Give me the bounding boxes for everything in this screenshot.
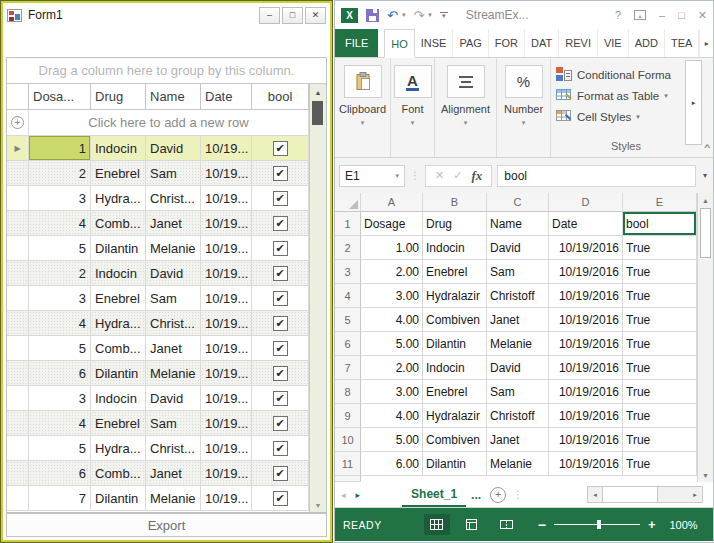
quick-access-customize-icon[interactable]: ▾	[440, 12, 448, 18]
cell-drug[interactable]: Dilantin	[91, 236, 146, 261]
redo-icon[interactable]: ↷	[413, 9, 424, 22]
cell-C11[interactable]: Melanie	[487, 452, 549, 476]
cell-bool[interactable]: ✔	[252, 361, 309, 386]
cell-drug[interactable]: Hydra...	[91, 186, 146, 211]
checkbox-checked-icon[interactable]: ✔	[273, 216, 288, 231]
sheet-tabs-overflow[interactable]: ...	[471, 488, 481, 502]
scrollbar-thumb[interactable]	[602, 487, 658, 502]
table-row[interactable]: 4Comb...Janet10/19...✔	[7, 211, 309, 236]
cell-E8[interactable]: True	[623, 380, 697, 404]
cell-D7[interactable]: 10/19/2016	[549, 356, 623, 380]
checkbox-checked-icon[interactable]: ✔	[273, 341, 288, 356]
column-header-date[interactable]: Date	[201, 84, 252, 110]
cell-B2[interactable]: Indocin	[423, 236, 487, 260]
excel-titlebar[interactable]: X ↶ ▾ ↷ ▾ ▾ StreamEx... ? ▴ – □ ✕	[335, 1, 713, 29]
more-tabs-icon[interactable]: ▸	[699, 29, 713, 57]
cell-E4[interactable]: True	[623, 284, 697, 308]
cell-drug[interactable]: Hydra...	[91, 311, 146, 336]
cell-name[interactable]: Sam	[146, 411, 201, 436]
cell-A10[interactable]: 5.00	[361, 428, 423, 452]
page-break-preview-button[interactable]	[494, 514, 520, 535]
column-header-dosage[interactable]: Dosa...	[29, 84, 91, 110]
cell-dosage[interactable]: 3	[29, 186, 91, 211]
table-row[interactable]: 6DilantinMelanie10/19...✔	[7, 361, 309, 386]
checkbox-checked-icon[interactable]: ✔	[273, 466, 288, 481]
cell-bool[interactable]: ✔	[252, 336, 309, 361]
tab-team[interactable]: TEA	[665, 29, 699, 57]
cell-name[interactable]: Janet	[146, 461, 201, 486]
normal-view-button[interactable]	[424, 514, 450, 535]
checkbox-checked-icon[interactable]: ✔	[273, 416, 288, 431]
row-header-9[interactable]: 9	[335, 404, 361, 428]
cell-bool[interactable]: ✔	[252, 186, 309, 211]
close-icon[interactable]: ✕	[698, 10, 707, 21]
tab-home[interactable]: HO	[384, 29, 415, 58]
form-titlebar[interactable]: Form1 – □ ✕	[3, 3, 330, 27]
cell-D6[interactable]: 10/19/2016	[549, 332, 623, 356]
row-header-12[interactable]	[335, 476, 361, 482]
scroll-up-icon[interactable]: ▲	[698, 193, 713, 207]
undo-icon[interactable]: ↶	[387, 9, 398, 22]
group-by-panel[interactable]: Drag a column here to group by this colu…	[7, 58, 326, 84]
scroll-left-icon[interactable]: ◂	[588, 487, 602, 502]
formula-bar-expand-icon[interactable]: ▾	[701, 171, 709, 180]
insert-function-icon[interactable]: fx	[471, 168, 482, 184]
cell-name[interactable]: Melanie	[146, 486, 201, 511]
row-header-4[interactable]: 4	[335, 284, 361, 308]
cell-E9[interactable]: True	[623, 404, 697, 428]
cell-A11[interactable]: 6.00	[361, 452, 423, 476]
row-header-10[interactable]: 10	[335, 428, 361, 452]
row-header-5[interactable]: 5	[335, 308, 361, 332]
cell-dosage[interactable]: 1	[29, 136, 91, 161]
zoom-in-icon[interactable]: +	[648, 517, 656, 532]
cell-A1[interactable]: Dosage	[361, 212, 423, 236]
cell-date[interactable]: 10/19...	[201, 236, 252, 261]
cell-D4[interactable]: 10/19/2016	[549, 284, 623, 308]
column-header-A[interactable]: A	[361, 193, 423, 212]
cell-B8[interactable]: Enebrel	[423, 380, 487, 404]
column-header-drug[interactable]: Drug	[91, 84, 146, 110]
cell-date[interactable]: 10/19...	[201, 311, 252, 336]
undo-dropdown-icon[interactable]: ▾	[402, 11, 406, 19]
cell-date[interactable]: 10/19...	[201, 336, 252, 361]
alignment-group-button[interactable]: Alignment ▾	[435, 58, 497, 157]
scroll-down-icon[interactable]: ▼	[310, 498, 326, 512]
checkbox-checked-icon[interactable]: ✔	[273, 291, 288, 306]
cell-dosage[interactable]: 5	[29, 336, 91, 361]
name-box[interactable]: E1 ▾	[339, 165, 405, 187]
column-header-B[interactable]: B	[423, 193, 487, 212]
cell-D8[interactable]: 10/19/2016	[549, 380, 623, 404]
cell-A9[interactable]: 4.00	[361, 404, 423, 428]
save-icon[interactable]	[366, 9, 379, 22]
scrollbar-thumb[interactable]	[312, 101, 323, 125]
cell-bool[interactable]: ✔	[252, 486, 309, 511]
tab-addins[interactable]: ADD	[629, 29, 665, 57]
cell-A3[interactable]: 2.00	[361, 260, 423, 284]
tab-formulas[interactable]: FOR	[489, 29, 525, 57]
scroll-right-icon[interactable]: ▸	[688, 487, 702, 502]
cell-E5[interactable]: True	[623, 308, 697, 332]
table-row[interactable]: ▶1IndocinDavid10/19...✔	[7, 136, 309, 161]
cell-B5[interactable]: Combiven	[423, 308, 487, 332]
cell-E6[interactable]: True	[623, 332, 697, 356]
scroll-down-icon[interactable]: ▼	[698, 468, 713, 482]
cell-dosage[interactable]: 6	[29, 461, 91, 486]
cell-D9[interactable]: 10/19/2016	[549, 404, 623, 428]
cell-B6[interactable]: Dilantin	[423, 332, 487, 356]
cell-drug[interactable]: Dilantin	[91, 361, 146, 386]
row-header-11[interactable]: 11	[335, 452, 361, 476]
cell-B7[interactable]: Indocin	[423, 356, 487, 380]
cell-bool[interactable]: ✔	[252, 236, 309, 261]
cell-dosage[interactable]: 4	[29, 411, 91, 436]
cell-B3[interactable]: Enebrel	[423, 260, 487, 284]
name-box-dropdown-icon[interactable]: ▾	[395, 172, 399, 180]
cell-bool[interactable]: ✔	[252, 286, 309, 311]
checkbox-checked-icon[interactable]: ✔	[273, 316, 288, 331]
row-header-2[interactable]: 2	[335, 236, 361, 260]
checkbox-checked-icon[interactable]: ✔	[273, 241, 288, 256]
horizontal-scrollbar[interactable]: ◂ ▸	[587, 486, 703, 503]
sheet-nav-right-icon[interactable]: ▸	[356, 490, 361, 500]
cell-A2[interactable]: 1.00	[361, 236, 423, 260]
cell-C2[interactable]: David	[487, 236, 549, 260]
sheet-nav-left-icon[interactable]: ◂	[341, 490, 346, 500]
